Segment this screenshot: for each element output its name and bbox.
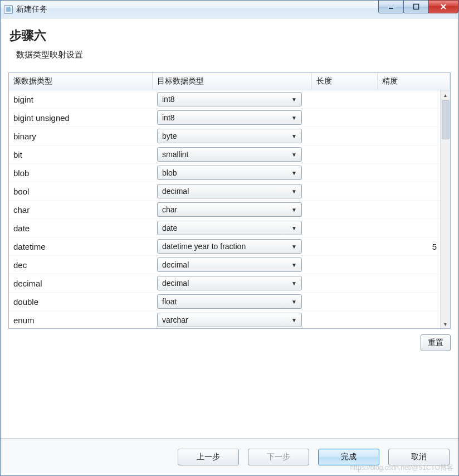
header-source[interactable]: 源数据类型 [9, 73, 153, 90]
target-type-value: blob [162, 168, 177, 177]
table-body: ▴ ▾ bigintint8▼bigint unsignedint8▼binar… [9, 90, 450, 328]
target-type-value: int8 [162, 113, 175, 122]
cell-source-type: binary [9, 132, 153, 141]
cell-target-type: datetime year to fraction▼ [153, 239, 312, 254]
target-type-select[interactable]: int8▼ [157, 110, 302, 125]
chevron-down-icon: ▼ [291, 207, 297, 213]
scroll-up-icon[interactable]: ▴ [441, 90, 450, 99]
wizard-footer: 上一步 下一步 完成 取消 [1, 438, 458, 475]
chevron-down-icon: ▼ [291, 170, 297, 176]
cell-target-type: byte▼ [153, 129, 312, 143]
target-type-value: float [162, 297, 177, 306]
target-type-select[interactable]: varchar▼ [157, 313, 302, 327]
back-button[interactable]: 上一步 [178, 449, 239, 465]
minimize-icon [388, 3, 394, 10]
target-type-value: decimal [162, 260, 189, 269]
target-type-select[interactable]: decimal▼ [157, 184, 302, 198]
cell-source-type: bigint unsigned [9, 113, 153, 123]
target-type-select[interactable]: float▼ [157, 294, 302, 309]
table-row[interactable]: bigintint8▼ [9, 90, 450, 109]
target-type-select[interactable]: char▼ [157, 202, 302, 217]
wizard-header: 步骤六 数据类型映射设置 [1, 18, 458, 72]
cell-source-type: date [9, 224, 153, 233]
window-controls [379, 0, 458, 13]
chevron-down-icon: ▼ [291, 299, 297, 305]
target-type-value: datetime year to fraction [162, 242, 246, 251]
header-precision[interactable]: 精度 [378, 73, 450, 90]
table-row[interactable]: bitsmallint▼ [9, 145, 450, 164]
cell-source-type: bool [9, 187, 153, 196]
target-type-value: decimal [162, 279, 189, 288]
maximize-icon [413, 3, 419, 10]
cell-source-type: datetime [9, 242, 153, 251]
table-row[interactable]: decdecimal▼ [9, 256, 450, 274]
table-row[interactable]: datedate▼ [9, 219, 450, 237]
table-row[interactable]: doublefloat▼ [9, 293, 450, 311]
table-row[interactable]: blobblob▼ [9, 164, 450, 182]
header-length[interactable]: 长度 [312, 73, 378, 90]
scroll-thumb[interactable] [442, 100, 450, 139]
cell-source-type: bit [9, 150, 153, 159]
cell-source-type: decimal [9, 279, 153, 288]
dialog-window: 新建任务 步骤六 数据类型映射设置 源数据类型 目标数据类型 长度 精度 [0, 0, 459, 476]
chevron-down-icon: ▼ [291, 262, 297, 268]
table-header: 源数据类型 目标数据类型 长度 精度 [9, 73, 450, 90]
app-icon [4, 5, 13, 14]
maximize-button[interactable] [403, 0, 429, 13]
cell-target-type: varchar▼ [153, 313, 312, 327]
reset-button[interactable]: 重置 [421, 334, 451, 351]
scroll-down-icon[interactable]: ▾ [441, 319, 450, 328]
chevron-down-icon: ▼ [291, 152, 297, 158]
cell-target-type: int8▼ [153, 110, 312, 125]
target-type-select[interactable]: smallint▼ [157, 147, 302, 162]
chevron-down-icon: ▼ [291, 280, 297, 286]
cell-source-type: double [9, 297, 153, 307]
cell-target-type: decimal▼ [153, 276, 312, 290]
minimize-button[interactable] [378, 0, 404, 13]
window-title: 新建任务 [16, 4, 47, 14]
chevron-down-icon: ▼ [291, 96, 297, 103]
cancel-button[interactable]: 取消 [388, 449, 450, 465]
step-subtitle: 数据类型映射设置 [16, 50, 450, 60]
chevron-down-icon: ▼ [291, 317, 297, 323]
close-icon [440, 3, 447, 11]
cell-target-type: smallint▼ [153, 147, 312, 162]
svg-rect-0 [389, 8, 393, 9]
table-row[interactable]: datetimedatetime year to fraction▼5 [9, 237, 450, 256]
target-type-value: char [162, 205, 177, 214]
target-type-select[interactable]: blob▼ [157, 166, 302, 180]
close-button[interactable] [428, 0, 458, 13]
table-row[interactable]: booldecimal▼ [9, 182, 450, 201]
cell-target-type: decimal▼ [153, 258, 312, 272]
target-type-value: varchar [162, 315, 188, 324]
cell-source-type: dec [9, 260, 153, 270]
type-mapping-table: 源数据类型 目标数据类型 长度 精度 ▴ ▾ bigintint8▼bigint… [8, 72, 451, 329]
cell-target-type: float▼ [153, 294, 312, 309]
target-type-select[interactable]: decimal▼ [157, 258, 302, 272]
target-type-select[interactable]: decimal▼ [157, 276, 302, 290]
cell-source-type: enum [9, 315, 153, 325]
table-row[interactable]: bigint unsignedint8▼ [9, 109, 450, 127]
table-row[interactable]: charchar▼ [9, 201, 450, 219]
cell-target-type: blob▼ [153, 166, 312, 180]
table-row[interactable]: binarybyte▼ [9, 127, 450, 145]
cell-target-type: int8▼ [153, 92, 312, 106]
target-type-select[interactable]: datetime year to fraction▼ [157, 239, 302, 254]
target-type-select[interactable]: byte▼ [157, 129, 302, 143]
vertical-scrollbar[interactable]: ▴ ▾ [440, 90, 450, 328]
header-target[interactable]: 目标数据类型 [153, 73, 312, 90]
target-type-select[interactable]: int8▼ [157, 92, 302, 106]
cell-source-type: char [9, 205, 153, 215]
target-type-select[interactable]: date▼ [157, 221, 302, 235]
finish-button[interactable]: 完成 [318, 449, 379, 465]
table-row[interactable]: decimaldecimal▼ [9, 274, 450, 293]
cell-precision[interactable]: 5 [378, 242, 440, 251]
step-title: 步骤六 [9, 27, 450, 44]
target-type-value: int8 [162, 95, 175, 104]
target-type-value: decimal [162, 187, 189, 196]
chevron-down-icon: ▼ [291, 188, 297, 195]
target-type-value: byte [162, 132, 177, 140]
table-row[interactable]: enumvarchar▼ [9, 311, 450, 328]
cell-source-type: blob [9, 168, 153, 178]
target-type-value: smallint [162, 150, 188, 159]
